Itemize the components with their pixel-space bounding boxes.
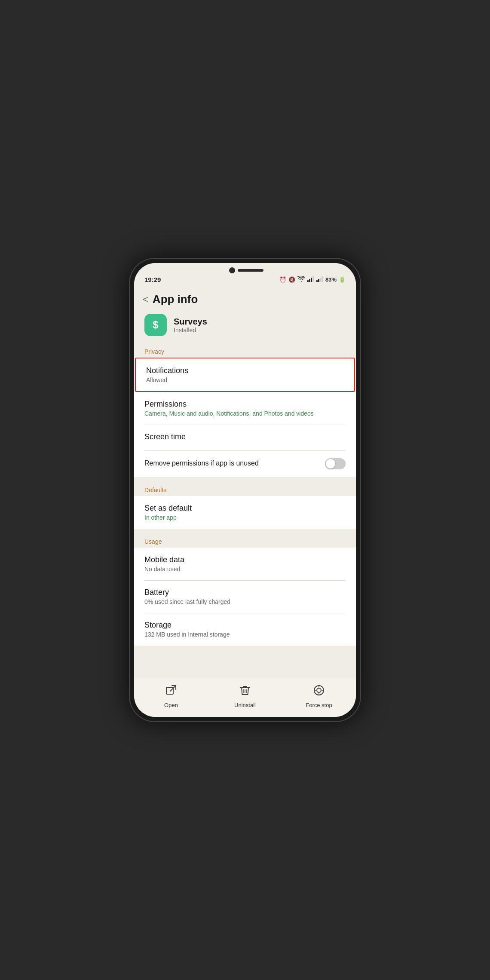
- page-title: App info: [153, 293, 198, 306]
- force-stop-label: Force stop: [306, 702, 332, 708]
- defaults-label: Defaults: [134, 483, 356, 496]
- svg-point-10: [317, 688, 321, 692]
- app-status: Installed: [174, 327, 207, 334]
- wifi-icon: [297, 276, 305, 283]
- app-name: Surveys: [174, 317, 207, 327]
- alarm-icon: ⏰: [279, 276, 286, 283]
- svg-rect-4: [316, 280, 318, 282]
- mobile-data-subtitle: No data used: [144, 566, 346, 573]
- set-default-item[interactable]: Set as default In other app: [134, 496, 356, 529]
- phone-frame: 19:29 ⏰ 🔇: [129, 258, 361, 722]
- set-default-title: Set as default: [144, 504, 346, 513]
- divider1: [134, 479, 356, 483]
- remove-permissions-title: Remove permissions if app is unused: [144, 459, 325, 467]
- privacy-card-group: Permissions Camera, Music and audio, Not…: [134, 392, 356, 477]
- back-button[interactable]: <: [143, 294, 148, 305]
- app-info-row: $ Surveys Installed: [134, 310, 356, 345]
- privacy-label: Privacy: [134, 345, 356, 358]
- bottom-spacer: [134, 647, 356, 654]
- svg-rect-8: [166, 687, 173, 694]
- permissions-item[interactable]: Permissions Camera, Music and audio, Not…: [134, 392, 356, 425]
- mobile-data-item[interactable]: Mobile data No data used: [134, 548, 356, 580]
- set-default-subtitle: In other app: [144, 514, 346, 521]
- mobile-data-title: Mobile data: [144, 555, 346, 564]
- battery-text: 83%: [325, 276, 337, 283]
- battery-icon: 🔋: [339, 276, 346, 283]
- screen-time-item[interactable]: Screen time: [134, 425, 356, 450]
- svg-rect-7: [322, 276, 323, 282]
- svg-rect-6: [320, 278, 321, 282]
- permissions-subtitle: Camera, Music and audio, Notifications, …: [144, 410, 346, 417]
- camera: [229, 267, 235, 273]
- mute-icon: 🔇: [288, 276, 295, 283]
- divider2: [134, 530, 356, 535]
- battery-subtitle: 0% used since last fully charged: [144, 598, 346, 605]
- notifications-title: Notifications: [146, 366, 344, 375]
- defaults-card-group: Set as default In other app: [134, 496, 356, 529]
- content-area[interactable]: < App info $ Surveys Installed Privacy N…: [134, 286, 356, 678]
- svg-rect-5: [318, 279, 319, 282]
- svg-rect-3: [312, 276, 314, 282]
- force-stop-icon: [313, 684, 325, 699]
- svg-rect-1: [309, 279, 310, 282]
- screen-time-title: Screen time: [144, 432, 346, 441]
- app-icon: $: [144, 314, 167, 336]
- status-bar: 19:29 ⏰ 🔇: [134, 275, 356, 286]
- force-stop-button[interactable]: Force stop: [282, 683, 356, 710]
- usage-label: Usage: [134, 535, 356, 548]
- uninstall-button[interactable]: Uninstall: [208, 683, 282, 710]
- bottom-nav: Open Uninstall: [134, 678, 356, 717]
- remove-permissions-row: Remove permissions if app is unused: [144, 458, 346, 469]
- open-label: Open: [164, 702, 178, 708]
- signal-icon: [307, 276, 314, 283]
- remove-permissions-item[interactable]: Remove permissions if app is unused: [134, 450, 356, 477]
- storage-subtitle: 132 MB used in Internal storage: [144, 631, 346, 638]
- toggle-knob: [326, 459, 335, 469]
- notifications-item[interactable]: Notifications Allowed: [135, 358, 355, 392]
- permissions-title: Permissions: [144, 400, 346, 409]
- speaker: [238, 269, 263, 272]
- signal2-icon: [316, 276, 323, 283]
- remove-permissions-toggle[interactable]: [325, 458, 346, 469]
- header: < App info: [134, 286, 356, 310]
- svg-rect-2: [311, 278, 312, 282]
- open-button[interactable]: Open: [134, 683, 208, 710]
- status-icons: ⏰ 🔇: [279, 276, 346, 283]
- storage-title: Storage: [144, 621, 346, 630]
- usage-card-group: Mobile data No data used Battery 0% used…: [134, 548, 356, 646]
- phone-screen: 19:29 ⏰ 🔇: [134, 263, 356, 717]
- notch: [134, 263, 356, 275]
- battery-item[interactable]: Battery 0% used since last fully charged: [134, 580, 356, 613]
- status-time: 19:29: [144, 276, 161, 283]
- battery-title: Battery: [144, 588, 346, 597]
- app-details: Surveys Installed: [174, 317, 207, 334]
- uninstall-label: Uninstall: [234, 702, 256, 708]
- storage-item[interactable]: Storage 132 MB used in Internal storage: [134, 613, 356, 646]
- notifications-subtitle: Allowed: [146, 377, 344, 383]
- uninstall-icon: [239, 684, 251, 699]
- open-icon: [165, 684, 177, 699]
- svg-rect-0: [307, 280, 309, 282]
